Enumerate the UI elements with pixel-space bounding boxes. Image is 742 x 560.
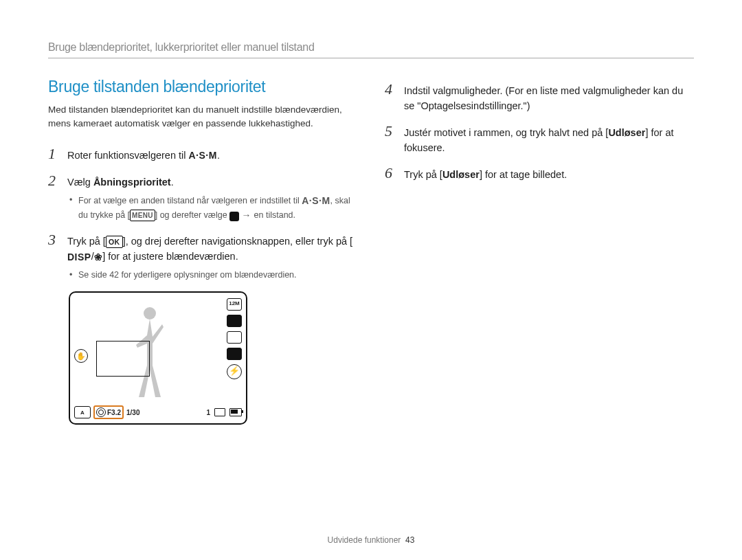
step-body: Tryk på [OK], og drej derefter navigatio… xyxy=(67,232,357,282)
shutter-speed: 1/30 xyxy=(126,409,139,416)
step-body: Vælg Åbningsprioritet.For at vælge en an… xyxy=(67,173,357,223)
camera-bottom-bar: A F3.2 1/30 1 xyxy=(74,405,242,419)
stabilization-icon: ✋ xyxy=(74,349,88,363)
right-steps: 4Indstil valgmuligheder. (For en liste m… xyxy=(385,82,694,182)
menu-icon: MENU xyxy=(130,210,155,221)
step-body: Roter funktionsvælgeren til A·S·M. xyxy=(67,146,220,164)
right-status-icons: 12M ⚡ xyxy=(227,298,242,379)
svg-point-0 xyxy=(144,307,156,320)
bold-text: Åbningsprioritet xyxy=(93,177,171,188)
camera-screen-illustration: ✋ 12M ⚡ A F3.2 1/30 xyxy=(69,291,247,425)
left-steps: 1Roter funktionsvælgeren til A·S·M.2Vælg… xyxy=(48,146,357,282)
ok-icon: OK xyxy=(106,236,123,248)
status-icon-3 xyxy=(227,331,242,344)
battery-icon xyxy=(229,408,242,416)
left-column: Bruge tilstanden blændeprioritet Med til… xyxy=(48,78,357,425)
step-number: 4 xyxy=(385,82,396,97)
step: 1Roter funktionsvælgeren til A·S·M. xyxy=(48,146,357,164)
focus-rectangle xyxy=(96,341,150,377)
step-number: 1 xyxy=(48,146,59,161)
page-footer: Udvidede funktioner 43 xyxy=(0,535,742,545)
asm-icon: A·S·M xyxy=(302,194,330,208)
step: 2Vælg Åbningsprioritet.For at vælge en a… xyxy=(48,173,357,223)
step-number: 6 xyxy=(385,166,396,181)
step-body: Justér motivet i rammen, og tryk halvt n… xyxy=(404,124,694,156)
camera-mode-icon: A xyxy=(74,406,91,418)
intro-paragraph: Med tilstanden blændeprioritet kan du ma… xyxy=(48,103,357,131)
res-icon: 12M xyxy=(227,298,242,311)
step-number: 5 xyxy=(385,124,396,139)
step-body: Indstil valgmuligheder. (For en liste me… xyxy=(404,82,694,114)
breadcrumb: Bruge blændeprioritet, lukkerprioritet e… xyxy=(48,41,694,58)
right-column: 4Indstil valgmuligheder. (For en liste m… xyxy=(385,78,694,425)
step: 6Tryk på [Udløser] for at tage billedet. xyxy=(385,166,694,182)
aperture-value-highlight: F3.2 xyxy=(93,405,124,419)
sd-card-icon xyxy=(214,408,225,416)
status-icon-4 xyxy=(227,348,242,360)
step-subnote: Se side 42 for yderligere oplysninger om… xyxy=(67,269,357,282)
macro-flower-icon: ❀ xyxy=(94,250,103,265)
f-value: F3.2 xyxy=(107,409,121,416)
bold-text: Udløser xyxy=(442,169,480,180)
step: 5Justér motivet i rammen, og tryk halvt … xyxy=(385,124,694,156)
aperture-icon xyxy=(96,407,106,417)
step: 4Indstil valgmuligheder. (For en liste m… xyxy=(385,82,694,114)
step-number: 3 xyxy=(48,232,59,247)
page-number: 43 xyxy=(405,535,414,545)
disp-icon: DISP xyxy=(67,250,91,265)
bold-text: Udløser xyxy=(608,127,645,138)
step-body: Tryk på [Udløser] for at tage billedet. xyxy=(404,166,567,182)
step-subnote: For at vælge en anden tilstand når vælge… xyxy=(67,194,357,223)
step: 3Tryk på [OK], og drej derefter navigati… xyxy=(48,232,357,282)
step-number: 2 xyxy=(48,173,59,188)
arrow-icon: → xyxy=(242,208,252,223)
flash-icon: ⚡ xyxy=(227,364,242,379)
asm-icon: A·S·M xyxy=(189,148,217,164)
status-icon-2 xyxy=(227,315,242,327)
section-title: Bruge tilstanden blændeprioritet xyxy=(48,78,357,96)
mode-icon xyxy=(229,212,239,221)
footer-label: Udvidede funktioner xyxy=(328,535,401,545)
counter: 1 xyxy=(206,409,210,416)
